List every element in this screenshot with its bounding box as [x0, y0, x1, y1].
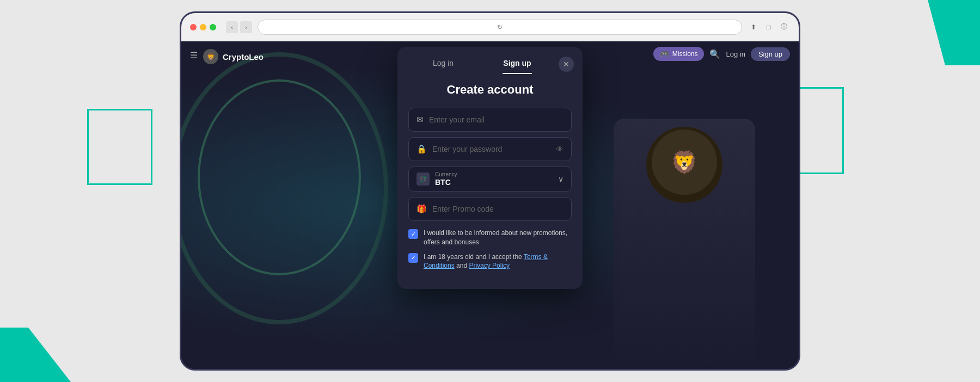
modal-overlay: Log in Sign up ✕ Create account ✉: [181, 41, 799, 369]
browser-actions: ⬆ □ ⓘ: [748, 21, 790, 33]
currency-value: BTC: [435, 178, 553, 187]
checkbox-row-promotions: ✓ I would like to be informed about new …: [408, 229, 572, 247]
bookmark-button[interactable]: □: [763, 21, 775, 33]
teal-decor-bl: [0, 328, 71, 382]
email-field-container[interactable]: ✉: [408, 108, 572, 132]
tab-login[interactable]: Log in: [406, 54, 480, 74]
address-bar[interactable]: ↻: [258, 20, 742, 35]
email-input[interactable]: [429, 115, 564, 124]
promo-icon: 🎁: [416, 204, 427, 214]
modal-body: Create account ✉ 🔒 👁: [397, 74, 583, 289]
terms-checkbox[interactable]: ✓: [408, 253, 418, 263]
checkbox-row-terms: ✓ I am 18 years old and I accept the Ter…: [408, 252, 572, 271]
teal-outline-right: [795, 87, 844, 174]
reload-icon: ↻: [497, 23, 503, 31]
password-field-container[interactable]: 🔒 👁: [408, 137, 572, 161]
check-mark-2: ✓: [411, 254, 416, 261]
currency-dropdown[interactable]: 💱 Currency BTC ∨: [408, 167, 572, 192]
maximize-window-button[interactable]: [210, 24, 216, 30]
terms-label: I am 18 years old and I accept the Terms…: [424, 252, 572, 271]
back-button[interactable]: ‹: [226, 21, 238, 33]
password-input[interactable]: [432, 145, 550, 153]
promotions-checkbox[interactable]: ✓: [408, 229, 418, 239]
chevron-down-icon: ∨: [558, 175, 564, 183]
toggle-password-icon[interactable]: 👁: [556, 145, 564, 153]
traffic-lights: [190, 24, 216, 30]
terms-label-and: and: [455, 262, 469, 269]
currency-icon: 💱: [416, 172, 430, 186]
laptop-wrapper: ‹ › ↻ ⬆ □ ⓘ ☰ 🦁: [180, 11, 800, 371]
share-button[interactable]: ⬆: [748, 21, 759, 33]
currency-label: Currency: [435, 171, 553, 177]
promotions-label: I would like to be informed about new pr…: [424, 229, 572, 247]
lock-icon: 🔒: [416, 144, 427, 154]
email-icon: ✉: [416, 115, 424, 125]
tab-signup[interactable]: Sign up: [480, 54, 554, 74]
teal-outline-left: [87, 109, 152, 185]
privacy-policy-link[interactable]: Privacy Policy: [469, 262, 510, 269]
modal-close-button[interactable]: ✕: [559, 57, 574, 72]
minimize-window-button[interactable]: [200, 24, 206, 30]
currency-content: Currency BTC: [435, 171, 553, 187]
terms-label-before: I am 18 years old and I accept the: [424, 253, 524, 261]
laptop-screen: ‹ › ↻ ⬆ □ ⓘ ☰ 🦁: [180, 11, 800, 371]
browser-chrome: ‹ › ↻ ⬆ □ ⓘ: [181, 13, 799, 41]
create-account-modal: Log in Sign up ✕ Create account ✉: [397, 47, 583, 289]
nav-arrows: ‹ ›: [226, 21, 252, 33]
modal-title: Create account: [408, 83, 572, 97]
promo-field-container[interactable]: 🎁: [408, 197, 572, 221]
modal-tabs: Log in Sign up ✕: [397, 47, 583, 74]
check-mark: ✓: [411, 231, 416, 238]
close-window-button[interactable]: [190, 24, 197, 30]
teal-decor-tr: [893, 0, 980, 65]
info-button[interactable]: ⓘ: [778, 21, 790, 33]
page-content: ☰ 🦁 CryptoLeo 🎮 Missions 🔍 Log in Sign u…: [181, 41, 799, 369]
promo-input[interactable]: [432, 205, 564, 213]
forward-button[interactable]: ›: [240, 21, 252, 33]
